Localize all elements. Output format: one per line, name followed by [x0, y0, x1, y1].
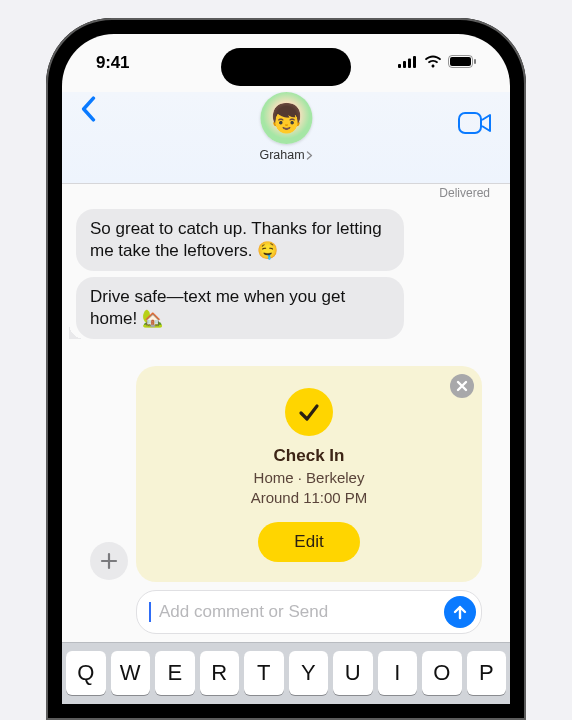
key-r[interactable]: R: [200, 651, 240, 695]
keyboard-row: Q W E R T Y U I O P: [62, 642, 510, 704]
screen: 9:41 👦 Graham: [62, 34, 510, 704]
message-bubble[interactable]: Drive safe—text me when you get home! 🏡: [76, 277, 404, 339]
comment-input[interactable]: Add comment or Send: [136, 590, 482, 634]
checkin-title: Check In: [274, 446, 345, 466]
back-button[interactable]: [80, 92, 96, 126]
key-u[interactable]: U: [333, 651, 373, 695]
cellular-icon: [398, 54, 418, 72]
key-e[interactable]: E: [155, 651, 195, 695]
input-placeholder: Add comment or Send: [159, 602, 436, 622]
phone-frame: 9:41 👦 Graham: [46, 18, 526, 720]
svg-rect-5: [450, 57, 471, 66]
close-button[interactable]: [450, 374, 474, 398]
contact-name: Graham: [259, 148, 304, 162]
message-bubble[interactable]: So great to catch up. Thanks for letting…: [76, 209, 404, 271]
dynamic-island: [221, 48, 351, 86]
delivered-label: Delivered: [62, 184, 510, 206]
conversation-header: 👦 Graham: [62, 92, 510, 184]
contact-block[interactable]: 👦 Graham: [259, 92, 312, 162]
avatar: 👦: [260, 92, 312, 144]
edit-button[interactable]: Edit: [258, 522, 359, 562]
text-cursor: [149, 602, 151, 622]
message-list: So great to catch up. Thanks for letting…: [62, 206, 510, 642]
key-w[interactable]: W: [111, 651, 151, 695]
key-q[interactable]: Q: [66, 651, 106, 695]
checkin-details: Home · Berkeley Around 11:00 PM: [251, 468, 368, 509]
svg-rect-1: [403, 61, 406, 68]
svg-rect-7: [459, 113, 481, 133]
wifi-icon: [424, 54, 442, 72]
svg-rect-2: [408, 59, 411, 69]
svg-rect-3: [413, 56, 416, 68]
key-o[interactable]: O: [422, 651, 462, 695]
key-y[interactable]: Y: [289, 651, 329, 695]
checkin-card: Check In Home · Berkeley Around 11:00 PM…: [136, 366, 482, 583]
battery-icon: [448, 54, 476, 72]
checkmark-icon: [285, 388, 333, 436]
facetime-button[interactable]: [458, 92, 492, 138]
status-time: 9:41: [96, 53, 129, 73]
chevron-right-icon: [307, 151, 313, 160]
svg-rect-6: [474, 59, 476, 64]
key-t[interactable]: T: [244, 651, 284, 695]
svg-rect-0: [398, 64, 401, 68]
send-button[interactable]: [444, 596, 476, 628]
key-p[interactable]: P: [467, 651, 507, 695]
plus-button[interactable]: [90, 542, 128, 580]
key-i[interactable]: I: [378, 651, 418, 695]
